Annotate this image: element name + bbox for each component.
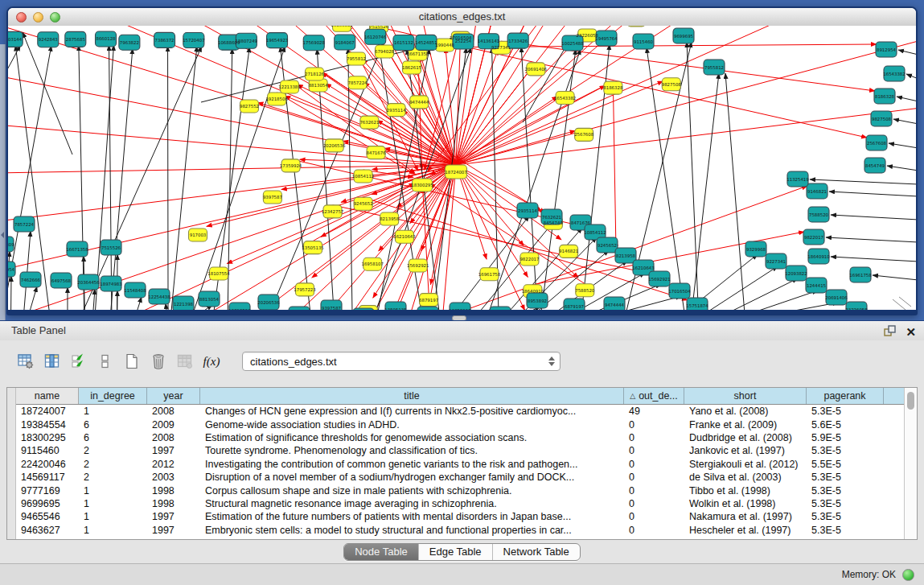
table-cell[interactable]: 0 xyxy=(624,419,684,431)
clear-selection-icon[interactable] xyxy=(94,351,117,372)
table-cell[interactable]: Tourette syndrome. Phenomenology and cla… xyxy=(200,445,624,456)
close-panel-icon[interactable]: ✕ xyxy=(906,326,916,339)
table-cell[interactable]: 5.3E-5 xyxy=(807,406,884,417)
table-cell[interactable]: 2009 xyxy=(147,419,200,431)
float-panel-icon[interactable] xyxy=(883,324,896,340)
table-cell[interactable]: Embryonic stem cells: a model to study s… xyxy=(200,525,624,536)
table-cell[interactable]: 2008 xyxy=(147,432,200,443)
table-cell[interactable]: Wolkin et al. (1998) xyxy=(684,498,807,509)
table-cell[interactable]: Nakamura et al. (1997) xyxy=(684,511,807,522)
tab-edge-table[interactable]: Edge Table xyxy=(419,544,493,560)
table-cell[interactable]: 2 xyxy=(79,472,147,483)
table-cell[interactable]: 5.3E-5 xyxy=(807,485,884,496)
table-row[interactable]: 946554611997Estimation of the future num… xyxy=(16,510,904,523)
table-cell[interactable]: 22420046 xyxy=(16,459,79,470)
table-cell[interactable]: 1997 xyxy=(147,525,200,536)
table-row[interactable]: 1830029562008Estimation of significance … xyxy=(16,431,904,444)
table-cell[interactable]: 5.3E-5 xyxy=(807,498,884,509)
table-cell[interactable]: Investigating the contribution of common… xyxy=(200,459,624,470)
table-cell[interactable]: 1 xyxy=(79,485,147,496)
table-cell[interactable]: 2 xyxy=(79,445,147,456)
table-cell[interactable]: 5.6E-5 xyxy=(807,419,884,431)
column-header[interactable]: year xyxy=(147,388,200,404)
table-cell[interactable]: 0 xyxy=(624,485,684,496)
select-all-icon[interactable] xyxy=(68,351,90,372)
scrollbar-thumb[interactable] xyxy=(907,392,914,410)
table-cell[interactable]: 0 xyxy=(624,498,684,509)
table-cell[interactable]: 1 xyxy=(79,525,147,536)
table-cell[interactable]: 9463627 xyxy=(16,525,79,536)
table-cell[interactable]: Yano et al. (2008) xyxy=(684,406,807,417)
table-cell[interactable]: 1998 xyxy=(147,485,200,496)
table-cell[interactable]: 0 xyxy=(624,432,684,443)
table-cell[interactable]: 2 xyxy=(79,459,147,470)
table-cell[interactable]: 9465546 xyxy=(16,511,79,522)
table-cell[interactable]: Genome-wide association studies in ADHD. xyxy=(200,419,624,431)
graph-node[interactable] xyxy=(627,26,646,27)
table-cell[interactable]: Franke et al. (2009) xyxy=(684,419,807,431)
table-row[interactable]: 1456911722003Disruption of a novel membe… xyxy=(16,471,904,484)
table-cell[interactable]: Stergiakouli et al. (2012) xyxy=(684,459,807,470)
graph-node[interactable] xyxy=(417,307,438,310)
function-builder-icon[interactable]: f(x) xyxy=(200,351,223,372)
expand-panel-arrow-icon[interactable] xyxy=(1,232,4,238)
table-cell[interactable]: 14569117 xyxy=(16,472,79,483)
table-row[interactable]: 969969511998Structural magnetic resonanc… xyxy=(16,497,904,510)
vertical-scrollbar[interactable] xyxy=(904,388,917,539)
table-cell[interactable]: de Silva et al. (2003) xyxy=(684,472,807,483)
table-cell[interactable]: Changes of HCN gene expression and I(f) … xyxy=(200,406,624,417)
table-cell[interactable]: 1 xyxy=(79,406,147,417)
table-cell[interactable]: Dudbridge et al. (2008) xyxy=(684,432,807,443)
column-header[interactable]: title xyxy=(200,388,624,404)
table-cell[interactable]: Tibbo et al. (1998) xyxy=(684,485,807,496)
delete-icon[interactable] xyxy=(147,351,170,372)
table-cell[interactable]: Estimation of significance thresholds fo… xyxy=(200,432,624,443)
new-document-icon[interactable] xyxy=(121,351,143,372)
graph-node[interactable] xyxy=(490,307,511,310)
column-header[interactable]: short xyxy=(684,388,807,404)
table-row[interactable]: 977716911998Corpus callosum shape and si… xyxy=(16,484,904,496)
table-row[interactable]: 911546021997Tourette syndrome. Phenomeno… xyxy=(16,444,904,457)
table-cell[interactable]: Corpus callosum shape and size in male p… xyxy=(200,485,624,496)
table-cell[interactable]: 9115460 xyxy=(16,445,79,456)
table-cell[interactable]: 9699695 xyxy=(16,498,79,509)
table-cell[interactable]: Jankovic et al. (1997) xyxy=(684,445,807,456)
table-cell[interactable]: 0 xyxy=(624,525,684,536)
graph-node[interactable] xyxy=(289,307,310,310)
table-cell[interactable]: 5.9E-5 xyxy=(807,432,884,443)
column-header[interactable]: △out_de... xyxy=(624,388,684,404)
column-header[interactable]: name xyxy=(16,388,79,404)
table-cell[interactable]: 0 xyxy=(624,511,684,522)
table-cell[interactable]: 5.3E-5 xyxy=(807,445,884,456)
table-cell[interactable]: 6 xyxy=(79,432,147,443)
table-cell[interactable]: 5.3E-5 xyxy=(807,525,884,536)
collapsed-panel-strip[interactable] xyxy=(0,44,6,320)
table-cell[interactable]: 5.5E-5 xyxy=(807,459,884,470)
tab-network-table[interactable]: Network Table xyxy=(493,544,580,560)
select-columns-icon[interactable] xyxy=(41,351,64,372)
table-cell[interactable]: Estimation of the future numbers of pati… xyxy=(200,511,624,522)
table-cell[interactable]: 1 xyxy=(79,498,147,509)
table-cell[interactable]: 18724007 xyxy=(16,406,79,417)
table-cell[interactable]: 5.3E-5 xyxy=(807,511,884,522)
table-cell[interactable]: 1 xyxy=(79,511,147,522)
tab-node-table[interactable]: Node Table xyxy=(344,544,419,560)
table-cell[interactable]: 2003 xyxy=(147,472,200,483)
citation-network-graph[interactable]: 1667135875155261605380978572248813054192… xyxy=(8,26,916,310)
table-cell[interactable]: 2012 xyxy=(147,459,200,470)
table-cell[interactable]: 1997 xyxy=(147,511,200,522)
table-cell[interactable]: 19384554 xyxy=(16,419,79,431)
table-selector-dropdown[interactable]: citations_edges.txt xyxy=(242,352,561,371)
table-cell[interactable]: 0 xyxy=(624,472,684,483)
table-row[interactable]: 2242004622012Investigating the contribut… xyxy=(16,458,904,471)
table-cell[interactable]: 0 xyxy=(624,459,684,470)
table-cell[interactable]: 2008 xyxy=(147,406,200,417)
table-cell[interactable]: 1997 xyxy=(147,445,200,456)
table-cell[interactable]: Hescheler et al. (1997) xyxy=(684,525,807,536)
table-cell[interactable]: 0 xyxy=(624,445,684,456)
table-cell[interactable]: Disruption of a novel member of a sodium… xyxy=(200,472,624,483)
table-cell[interactable]: Structural magnetic resonance image aver… xyxy=(200,498,624,509)
table-cell[interactable]: 9777169 xyxy=(16,485,79,496)
network-window-titlebar[interactable]: citations_edges.txt xyxy=(8,8,916,27)
table-cell[interactable]: 6 xyxy=(79,419,147,431)
